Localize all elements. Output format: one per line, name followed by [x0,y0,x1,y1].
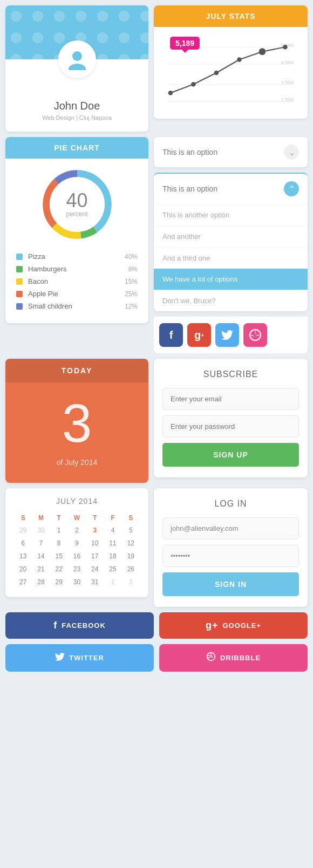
cal-day[interactable]: 21 [32,563,50,576]
calendar-title: JULY 2014 [14,497,140,505]
dribbble-icon-btn[interactable] [243,323,267,347]
calendar-grid: S M T W T F S 29 30 1 [14,512,140,589]
googleplus-icon-btn[interactable]: g+ [187,323,211,347]
legend-dot-bacon [16,278,23,285]
legend-dot-pizza [16,254,23,260]
cal-day[interactable]: 7 [32,537,50,550]
avatar [58,40,96,78]
cal-day[interactable]: 23 [68,563,86,576]
today-subtitle: of July 2014 [5,458,148,483]
pie-legend: Pizza 40% Hamburgers 8% Bacon 15% [5,245,148,323]
cal-day[interactable]: 10 [86,537,104,550]
calendar-week-3: 13 14 15 16 17 18 19 [14,550,140,563]
dribbble-btn-icon [206,652,216,664]
cal-day[interactable]: 15 [50,550,68,563]
cal-day[interactable]: 19 [122,550,140,563]
cal-day[interactable]: 1 [50,524,68,537]
cal-day[interactable]: 25 [104,563,121,576]
legend-dot-applepie [16,291,23,297]
dropdown-option-1[interactable]: This is another option [154,204,308,225]
calendar-week-5: 27 28 29 30 31 1 2 [14,576,140,589]
cal-day[interactable]: 30 [68,576,86,589]
facebook-button[interactable]: f FACEBOOK [5,612,154,639]
email-field[interactable] [162,388,299,410]
svg-point-1 [69,64,86,70]
login-email-field[interactable] [162,517,299,539]
cal-day[interactable]: 24 [86,563,104,576]
legend-value-hamburgers: 8% [128,265,138,273]
cal-day[interactable]: 14 [32,550,50,563]
cal-day[interactable]: 26 [122,563,140,576]
cal-day[interactable]: 12 [122,537,140,550]
legend-value-bacon: 15% [125,278,138,285]
stats-card: JULY STATS 5,189 5,500 4,500 3,500 2,500 [154,5,308,119]
dropdown-option-5[interactable]: Don't we, Bruce? [154,290,308,311]
day-header-t1: T [50,512,68,524]
legend-value-applepie: 25% [125,290,138,298]
legend-dot-smallchildren [16,303,23,310]
cal-day[interactable]: 17 [86,550,104,563]
facebook-btn-icon: f [53,620,57,631]
svg-point-13 [237,57,242,62]
day-header-f: F [104,512,121,524]
cal-day[interactable]: 6 [14,537,32,550]
googleplus-button[interactable]: g+ GOOGLE+ [159,612,308,639]
pie-chart-card: PIE CHART [5,137,148,323]
cal-day[interactable]: 13 [14,550,32,563]
subscribe-title: SUBSCRIBE [162,370,299,379]
cal-day[interactable]: 31 [86,576,104,589]
cal-day[interactable]: 5 [122,524,140,537]
cal-day[interactable]: 20 [14,563,32,576]
cal-day[interactable]: 11 [104,537,121,550]
calendar-week-4: 20 21 22 23 24 25 26 [14,563,140,576]
cal-day[interactable]: 8 [50,537,68,550]
legend-item-bacon: Bacon 15% [16,275,138,288]
legend-value-smallchildren: 12% [125,303,138,310]
cal-day[interactable]: 9 [68,537,86,550]
cal-day[interactable]: 16 [68,550,86,563]
dropdown-option-highlight[interactable]: We have a lot of options [154,269,308,290]
cal-day[interactable]: 3 [86,524,104,537]
cal-day[interactable]: 28 [32,576,50,589]
day-header-t2: T [86,512,104,524]
cal-day[interactable]: 4 [104,524,121,537]
twitter-btn-label: TWITTER [69,654,104,662]
chevron-down-icon: ⌄ [284,145,299,160]
stats-header: JULY STATS [154,5,308,27]
password-field[interactable] [162,415,299,438]
dropdown-collapsed: This is an option ⌄ [154,137,308,167]
dropdown-trigger[interactable]: This is an option ⌄ [154,137,308,167]
dribbble-button[interactable]: DRIBBBLE [159,644,308,672]
subscribe-card: SUBSCRIBE SIGN UP [154,359,308,477]
svg-point-15 [283,45,288,50]
pie-label: percent [66,210,87,218]
cal-day[interactable]: 27 [14,576,32,589]
twitter-button[interactable]: TWITTER [5,644,154,672]
svg-point-12 [214,71,219,76]
cal-day[interactable]: 29 [50,576,68,589]
twitter-icon-btn[interactable] [215,323,239,347]
dropdown-option-3[interactable]: And a third one [154,247,308,269]
signup-button[interactable]: SIGN UP [162,443,299,467]
pie-value: 40 [66,191,87,210]
cal-day[interactable]: 18 [104,550,121,563]
cal-day[interactable]: 22 [50,563,68,576]
profile-card: John Doe Web Design | Cluj Napoca [5,5,148,132]
day-header-w: W [68,512,86,524]
facebook-icon-btn[interactable]: f [159,323,183,347]
signin-button[interactable]: SIGN IN [162,572,299,596]
login-password-field[interactable] [162,545,299,567]
dropdown-option-2[interactable]: And another [154,225,308,247]
dribbble-btn-label: DRIBBBLE [220,654,261,662]
day-header-s1: S [14,512,32,524]
legend-value-pizza: 40% [125,253,138,261]
cal-day[interactable]: 2 [68,524,86,537]
pie-circle: 40 percent [42,169,112,240]
today-card: TODAY 3 of July 2014 [5,359,148,483]
dropdown-open-trigger[interactable]: This is an option ⌃ [154,174,308,204]
legend-label-pizza: Pizza [28,252,125,261]
chevron-up-icon: ⌃ [284,181,299,196]
pie-chart-header: PIE CHART [5,137,148,159]
cal-day: 2 [122,576,140,589]
legend-item-hamburgers: Hamburgers 8% [16,263,138,275]
